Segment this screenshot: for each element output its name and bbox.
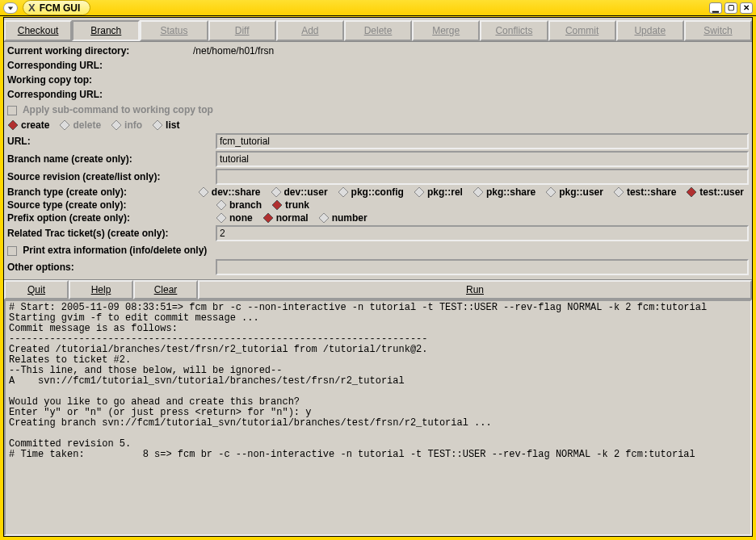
apply-subcommand-label: Apply sub-command to working copy top (23, 104, 213, 115)
radio-trunk[interactable] (271, 199, 283, 211)
branch-type-group: dev::share dev::user pkg::config pkg::re… (198, 186, 749, 198)
other-options-label: Other options: (7, 262, 216, 273)
tab-conflicts[interactable]: Conflicts (480, 20, 548, 41)
apply-subcommand-checkbox[interactable] (7, 106, 17, 115)
tab-delete[interactable]: Delete (344, 20, 412, 41)
help-button[interactable]: Help (69, 280, 133, 299)
prefix-option-label: Prefix option (create only): (7, 212, 216, 224)
radio-none[interactable] (216, 212, 227, 224)
radio-test-share[interactable] (613, 186, 624, 198)
radio-test-user-label: test::user (699, 186, 744, 198)
radio-none-label: none (229, 212, 253, 224)
print-extra-label: Print extra information (info/delete onl… (23, 245, 207, 256)
maximize-button[interactable]: ▢ (724, 2, 737, 14)
radio-pkg-rel-label: pkg::rel (427, 186, 463, 198)
radio-number[interactable] (318, 212, 330, 224)
radio-dev-user-label: dev::user (284, 186, 328, 198)
radio-create[interactable] (7, 119, 19, 131)
radio-delete[interactable] (59, 119, 70, 131)
run-button[interactable]: Run (198, 280, 752, 299)
radio-list[interactable] (152, 119, 163, 131)
minimize-button[interactable]: ▁ (709, 2, 722, 14)
trac-ticket-input[interactable] (216, 225, 749, 241)
other-options-input[interactable] (216, 259, 749, 275)
app-icon: X (28, 2, 36, 14)
quit-button[interactable]: Quit (4, 280, 69, 299)
radio-delete-label: delete (73, 119, 101, 131)
source-revision-label: Source revision (create/list only): (7, 171, 216, 182)
window-title: X FCM GUI (23, 0, 90, 15)
wct-label: Working copy top: (7, 74, 193, 86)
radio-pkg-config[interactable] (338, 186, 349, 198)
radio-create-label: create (21, 119, 49, 131)
corr-url-2-label: Corresponding URL: (7, 89, 193, 100)
source-type-label: Source type (create only): (7, 199, 216, 211)
trac-ticket-label: Related Trac ticket(s) (create only): (7, 228, 216, 239)
radio-pkg-rel[interactable] (414, 186, 425, 198)
radio-normal[interactable] (262, 212, 274, 224)
apply-subcommand-row: Apply sub-command to working copy top (7, 102, 749, 118)
radio-list-label: list (166, 119, 179, 131)
cwd-value: /net/home/h01/frsn (193, 45, 274, 57)
tab-commit[interactable]: Commit (548, 20, 616, 41)
radio-branch[interactable] (216, 199, 227, 211)
subcommand-radio-group: create delete info list (7, 118, 749, 132)
corr-url-1-label: Corresponding URL: (7, 60, 193, 71)
radio-info[interactable] (111, 119, 122, 131)
radio-pkg-config-label: pkg::config (351, 186, 404, 198)
url-label: URL: (7, 136, 216, 147)
radio-dev-user[interactable] (271, 186, 282, 198)
radio-dev-share-label: dev::share (212, 186, 261, 198)
branch-name-input[interactable] (216, 151, 749, 167)
tab-status[interactable]: Status (140, 20, 208, 41)
tab-add[interactable]: Add (276, 20, 344, 41)
source-type-group: branch trunk (216, 199, 749, 211)
radio-pkg-share[interactable] (472, 186, 484, 198)
radio-info-label: info (124, 119, 142, 131)
tab-merge[interactable]: Merge (412, 20, 480, 41)
action-button-row: Quit Help Clear Run (4, 279, 752, 299)
tab-diff[interactable]: Diff (208, 20, 276, 41)
prefix-option-group: none normal number (216, 212, 749, 224)
output-console[interactable]: # Start: 2005-11-09 08:33:51=> fcm br -c… (4, 299, 752, 536)
radio-pkg-share-label: pkg::share (486, 186, 536, 198)
print-extra-row: Print extra information (info/delete onl… (7, 242, 749, 258)
radio-pkg-user-label: pkg::user (559, 186, 603, 198)
tab-bar: Checkout Branch Status Diff Add Delete M… (4, 18, 752, 42)
tab-switch[interactable]: Switch (684, 20, 752, 41)
radio-pkg-user[interactable] (545, 186, 556, 198)
branch-type-label: Branch type (create only): (7, 186, 198, 198)
radio-trunk-label: trunk (285, 199, 309, 211)
branch-name-label: Branch name (create only): (7, 153, 216, 165)
source-revision-input[interactable] (216, 169, 749, 185)
radio-branch-label: branch (229, 199, 262, 211)
cwd-label: Current working directory: (7, 45, 193, 57)
window-title-text: FCM GUI (40, 2, 81, 14)
radio-test-user[interactable] (686, 186, 697, 198)
window-menu-button[interactable] (3, 2, 18, 14)
url-input[interactable] (216, 133, 749, 149)
radio-dev-share[interactable] (198, 186, 209, 198)
clear-button[interactable]: Clear (133, 280, 198, 299)
radio-number-label: number (332, 212, 368, 224)
radio-test-share-label: test::share (627, 186, 676, 198)
radio-normal-label: normal (276, 212, 309, 224)
close-button[interactable]: ✕ (740, 2, 753, 14)
tab-update[interactable]: Update (616, 20, 684, 41)
tab-checkout[interactable]: Checkout (4, 20, 72, 41)
print-extra-checkbox[interactable] (7, 246, 17, 256)
tab-branch[interactable]: Branch (72, 20, 140, 41)
